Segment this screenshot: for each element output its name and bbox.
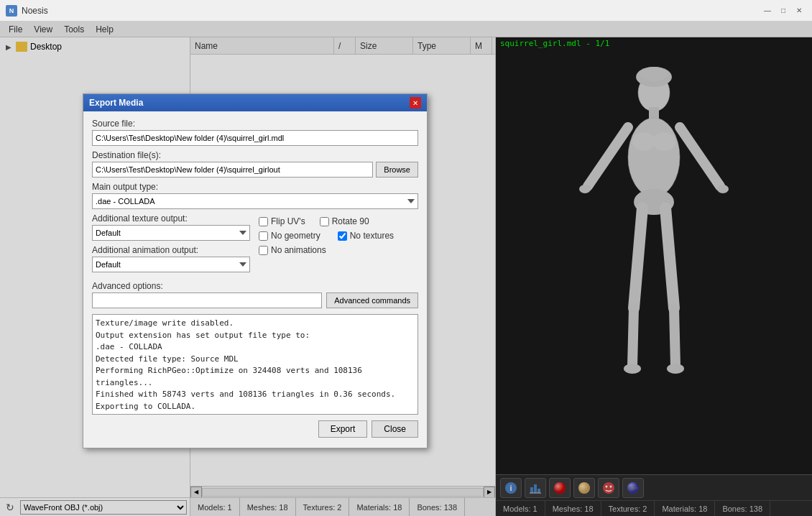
- export-media-dialog: Export Media ✕ Source file: Destination …: [83, 93, 428, 448]
- rotate-90-row: Rotate 90: [320, 216, 369, 226]
- source-file-row: Source file:: [92, 119, 418, 146]
- no-textures-row: No textures: [338, 231, 394, 241]
- no-geometry-label: No geometry: [271, 231, 320, 241]
- no-animations-checkbox[interactable]: [259, 246, 268, 255]
- options-left: Additional texture output: Default Addit…: [92, 213, 252, 277]
- source-file-label: Source file:: [92, 119, 418, 129]
- dialog-close-button[interactable]: ✕: [410, 97, 421, 109]
- dest-file-input[interactable]: [92, 162, 373, 178]
- dialog-title-bar: Export Media ✕: [83, 94, 427, 111]
- title-bar: N Noesis — □ ✕: [0, 0, 812, 22]
- window-controls: — □ ✕: [760, 4, 806, 17]
- browse-button[interactable]: Browse: [376, 162, 418, 178]
- anim-output-row: Additional animation output: Default: [92, 245, 252, 272]
- window-close-button[interactable]: ✕: [792, 4, 806, 17]
- no-textures-label: No textures: [350, 231, 394, 241]
- options-section: Additional texture output: Default Addit…: [92, 213, 418, 277]
- dialog-footer: Export Close: [92, 420, 418, 441]
- advanced-options-input[interactable]: [92, 292, 322, 308]
- no-animations-label: No animations: [271, 245, 326, 255]
- dest-file-row: Destination file(s): Browse: [92, 150, 418, 178]
- dialog-body: Source file: Destination file(s): Browse…: [83, 111, 427, 448]
- app-title: Noesis: [22, 6, 760, 16]
- anim-output-select[interactable]: Default: [92, 257, 250, 272]
- app-icon: N: [6, 5, 17, 17]
- minimize-button[interactable]: —: [760, 4, 775, 17]
- flip-uvs-row: Flip UV's: [259, 216, 305, 226]
- advanced-options-label: Advanced options:: [92, 281, 418, 291]
- rotate-90-checkbox[interactable]: [320, 217, 329, 226]
- advanced-options-row: Advanced options: Advanced commands: [92, 281, 418, 308]
- texture-output-label: Additional texture output:: [92, 213, 252, 224]
- advanced-commands-button[interactable]: Advanced commands: [326, 292, 418, 308]
- maximize-button[interactable]: □: [776, 4, 790, 17]
- modal-overlay: Export Media ✕ Source file: Destination …: [0, 22, 812, 516]
- export-button[interactable]: Export: [318, 420, 368, 438]
- dest-file-label: Destination file(s):: [92, 150, 418, 160]
- options-right: Flip UV's Rotate 90 No geometry No textu…: [252, 213, 418, 277]
- no-textures-checkbox[interactable]: [338, 231, 347, 241]
- flip-uvs-checkbox[interactable]: [259, 217, 268, 226]
- no-geometry-checkbox[interactable]: [259, 231, 268, 241]
- main-output-row: Main output type: .dae - COLLADA .obj - …: [92, 182, 418, 209]
- no-animations-row: No animations: [259, 245, 418, 255]
- rotate-90-label: Rotate 90: [332, 216, 369, 226]
- close-button[interactable]: Close: [372, 420, 418, 438]
- main-output-label: Main output type:: [92, 182, 418, 192]
- flip-uvs-label: Flip UV's: [271, 216, 305, 226]
- log-output: Texture/image write disabled.Output exte…: [92, 314, 418, 415]
- no-geometry-row: No geometry: [259, 231, 320, 241]
- anim-output-label: Additional animation output:: [92, 245, 252, 255]
- main-output-select[interactable]: .dae - COLLADA .obj - WaveFront OBJ .fbx…: [92, 193, 418, 209]
- dialog-title: Export Media: [89, 98, 143, 108]
- texture-output-row: Additional texture output: Default: [92, 213, 252, 241]
- source-file-input[interactable]: [92, 130, 418, 146]
- texture-output-select[interactable]: Default: [92, 225, 250, 241]
